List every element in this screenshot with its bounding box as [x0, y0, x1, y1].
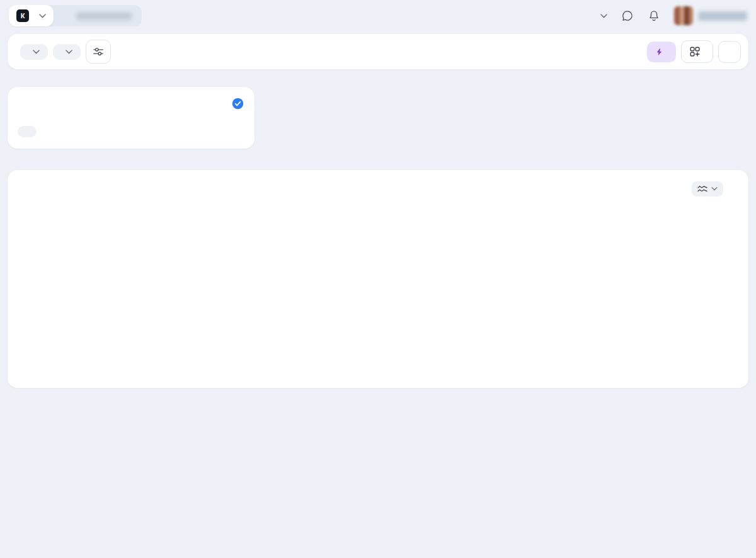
widget-more-button[interactable]: [730, 188, 735, 190]
chevron-down-icon: [39, 14, 46, 18]
add-widget-icon: [690, 47, 700, 57]
granularity-selector[interactable]: [53, 44, 81, 60]
notifications-button[interactable]: [648, 9, 660, 22]
chart-type-selector[interactable]: [692, 181, 723, 196]
chat-icon: [621, 9, 634, 22]
filters-button[interactable]: [86, 40, 111, 64]
bell-icon: [648, 9, 660, 22]
date-range-selector[interactable]: [20, 44, 48, 60]
sliders-icon: [93, 46, 104, 57]
chevron-down-icon: [33, 50, 40, 54]
toolbar-more-button[interactable]: [718, 41, 741, 63]
counter-switcher[interactable]: К: [9, 5, 54, 26]
user-name-redacted: [698, 11, 747, 21]
chart-area: [21, 218, 735, 359]
period-toolbar: [8, 34, 748, 69]
chevron-down-icon: [600, 14, 607, 18]
traffic-sources-widget: [8, 170, 748, 388]
whats-new-button[interactable]: [647, 42, 676, 62]
promo-card: [8, 87, 255, 149]
chevron-down-icon: [711, 187, 718, 191]
chevron-down-icon: [66, 50, 72, 54]
traffic-line-chart[interactable]: [21, 218, 735, 359]
user-menu[interactable]: [674, 6, 747, 25]
chat-button[interactable]: [621, 9, 634, 22]
line-chart-icon: [697, 185, 707, 193]
check-circle-icon: [231, 97, 244, 110]
help-menu[interactable]: [597, 14, 607, 18]
top-header: К: [0, 0, 756, 30]
site-domain-redacted[interactable]: [76, 12, 132, 20]
user-avatar: [674, 6, 693, 25]
add-widget-button[interactable]: [681, 40, 713, 63]
lightning-icon: [655, 47, 663, 57]
counter-group: К: [9, 5, 142, 26]
counter-logo-icon: К: [16, 9, 29, 22]
promo-instruction-button[interactable]: [18, 126, 37, 137]
